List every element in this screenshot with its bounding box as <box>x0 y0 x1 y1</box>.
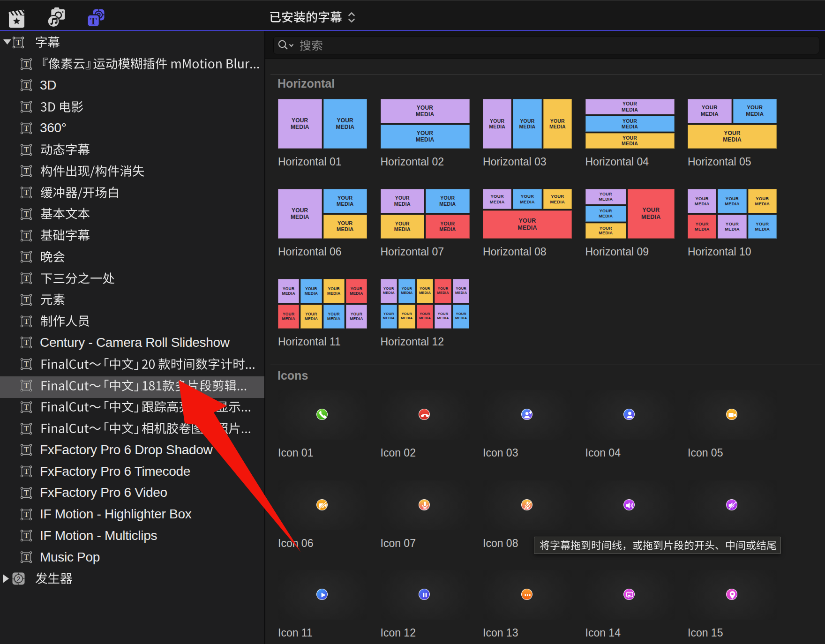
svg-text:T: T <box>24 80 29 90</box>
svg-text:T: T <box>24 402 29 412</box>
svg-text:T: T <box>24 231 29 240</box>
svg-text:T: T <box>24 187 29 197</box>
svg-text:T: T <box>24 531 29 540</box>
svg-text:T: T <box>24 166 29 175</box>
svg-text:T: T <box>24 295 29 304</box>
svg-text:T: T <box>24 102 29 111</box>
svg-text:T: T <box>24 338 29 347</box>
svg-text:T: T <box>24 145 29 154</box>
svg-text:T: T <box>24 59 29 68</box>
svg-text:T: T <box>24 252 29 262</box>
svg-text:T: T <box>24 359 29 368</box>
svg-text:2: 2 <box>16 575 20 583</box>
svg-text:T: T <box>24 316 29 326</box>
svg-text:T: T <box>24 123 29 133</box>
svg-text:T: T <box>24 209 29 218</box>
svg-text:T: T <box>24 466 29 476</box>
svg-text:T: T <box>24 273 29 283</box>
svg-text:T: T <box>24 488 29 497</box>
svg-text:T: T <box>16 37 21 47</box>
svg-text:T: T <box>24 445 29 454</box>
svg-text:T: T <box>24 381 29 390</box>
svg-text:T: T <box>24 552 29 562</box>
svg-text:T: T <box>24 424 29 433</box>
svg-text:T: T <box>24 509 29 519</box>
